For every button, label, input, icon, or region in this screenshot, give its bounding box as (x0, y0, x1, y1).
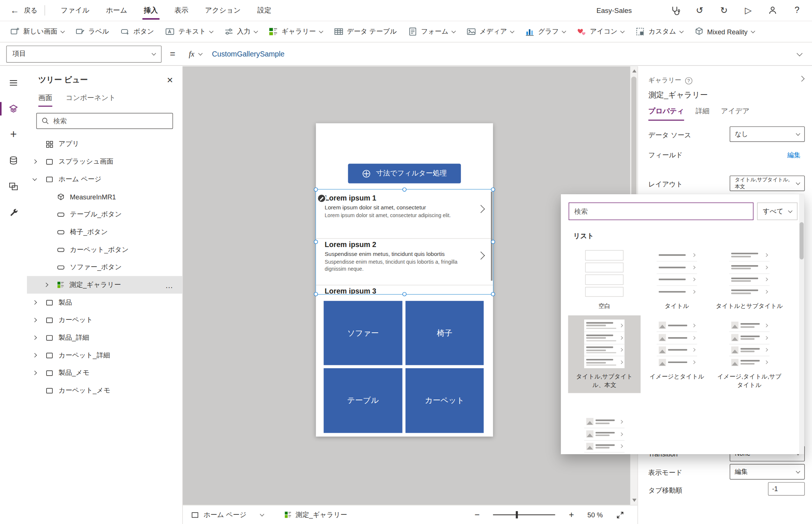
menu-action[interactable]: アクション (197, 0, 249, 21)
chair-tile-button[interactable]: 椅子 (405, 301, 484, 365)
tree-item-product-memo[interactable]: 製品_メモ (27, 364, 182, 382)
resize-handle-n[interactable] (402, 188, 407, 192)
edit-gallery-pencil-icon[interactable] (317, 194, 326, 203)
ribbon-mixed-reality[interactable]: Mixed Reality (689, 23, 760, 40)
account-icon[interactable] (767, 5, 778, 16)
resize-handle-e[interactable] (491, 240, 495, 244)
back-button[interactable]: ← 戻る (10, 6, 37, 15)
ribbon-media[interactable]: メディア (461, 23, 519, 40)
zoom-in-button[interactable]: + (569, 510, 574, 519)
menu-insert[interactable]: 挿入 (136, 0, 166, 21)
tab-components[interactable]: コンポーネント (66, 93, 116, 106)
help-icon[interactable]: ? (791, 5, 803, 16)
zoom-out-button[interactable]: − (474, 510, 480, 519)
tree-item-measureinmr1[interactable]: MeasureInMR1 (27, 188, 182, 206)
layout-option-title-subtitle[interactable]: タイトルとサブタイトル (713, 245, 785, 315)
gallery-scrollbar[interactable] (491, 192, 493, 281)
page-selector[interactable]: ホーム ページ (191, 510, 263, 519)
ribbon-input[interactable]: 入力 (219, 23, 263, 40)
tab-properties[interactable]: プロパティ (648, 107, 684, 121)
ribbon-custom[interactable]: カスタム (630, 23, 688, 40)
resize-handle-nw[interactable] (314, 188, 318, 192)
tree-item-table-button[interactable]: テーブル_ボタン (27, 206, 182, 223)
tree-item-measure-gallery[interactable]: 測定_ギャラリー … (27, 276, 182, 294)
layout-option-partial[interactable] (568, 412, 640, 454)
tab-advanced[interactable]: 詳細 (696, 107, 710, 121)
rail-tree-view-button[interactable] (0, 99, 27, 118)
layout-dropdown[interactable]: タイトル,サブタイトル,本文 (730, 175, 805, 191)
table-tile-button[interactable]: テーブル (324, 368, 402, 433)
zoom-slider[interactable] (493, 514, 555, 516)
tree-item-product[interactable]: 製品 (27, 294, 182, 311)
resize-handle-se[interactable] (491, 292, 495, 296)
layout-option-title-subtitle-body[interactable]: タイトル,サブタイトル、本文 (568, 315, 640, 393)
more-options-icon[interactable]: … (165, 280, 174, 289)
tree-search-input[interactable] (53, 117, 168, 125)
gallery-item-1[interactable]: Lorem ipsum 1 Lorem ipsum dolor sit amet… (316, 194, 493, 219)
layout-option-blank[interactable]: 空白 (568, 245, 640, 315)
resize-handle-w[interactable] (314, 240, 318, 244)
fit-to-window-icon[interactable] (616, 511, 624, 518)
close-icon[interactable]: × (167, 75, 173, 85)
tree-item-chair-button[interactable]: 椅子_ボタン (27, 223, 182, 241)
filter-by-dimensions-button[interactable]: 寸法でフィルター処理 (348, 164, 461, 183)
selected-control-indicator[interactable]: 測定_ギャラリー (284, 510, 347, 519)
tree-item-splash-screen[interactable]: スプラッシュ画面 (27, 153, 182, 171)
redo-icon[interactable]: ↻ (718, 5, 730, 16)
menu-home[interactable]: ホーム (97, 0, 136, 21)
tree-item-carpet-detail[interactable]: カーペット_詳細 (27, 346, 182, 364)
zoom-slider-thumb[interactable] (515, 511, 518, 518)
layout-filter-dropdown[interactable]: すべて (757, 202, 797, 220)
ribbon-data-table[interactable]: データ テーブル (329, 23, 402, 40)
layout-search-input[interactable] (574, 208, 748, 215)
ribbon-chart[interactable]: グラフ (520, 23, 571, 40)
carpet-tile-button[interactable]: カーペット (405, 368, 484, 433)
tree-item-carpet[interactable]: カーペット (27, 311, 182, 329)
data-source-dropdown[interactable]: なし (730, 126, 805, 142)
rail-insert-button[interactable]: + (0, 125, 27, 144)
ribbon-new-screen[interactable]: 新しい画面 (5, 23, 69, 40)
help-icon[interactable]: ? (685, 77, 692, 84)
tree-item-product-detail[interactable]: 製品_詳細 (27, 329, 182, 347)
resize-handle-ne[interactable] (491, 188, 495, 192)
layout-option-title[interactable]: タイトル (641, 245, 713, 315)
measure-gallery-control[interactable]: Lorem ipsum 1 Lorem ipsum dolor sit amet… (316, 189, 493, 294)
tree-item-app[interactable]: アプリ (27, 135, 182, 153)
undo-icon[interactable]: ↺ (694, 5, 705, 16)
menu-file[interactable]: ファイル (52, 0, 97, 21)
tab-screens[interactable]: 画面 (38, 93, 52, 106)
ribbon-button[interactable]: ボタン (115, 23, 159, 40)
app-checker-icon[interactable] (669, 5, 681, 16)
resize-handle-sw[interactable] (314, 292, 318, 296)
play-icon[interactable]: ▷ (743, 5, 754, 16)
rail-menu-button[interactable] (0, 73, 27, 92)
resize-handle-s[interactable] (402, 292, 407, 296)
flyout-scrollbar[interactable] (799, 194, 804, 454)
display-mode-dropdown[interactable]: 編集 (730, 464, 805, 480)
ribbon-label[interactable]: ラベル (70, 23, 114, 40)
tree-item-carpet-memo[interactable]: カーペット_メモ (27, 382, 182, 400)
menu-settings[interactable]: 設定 (249, 0, 280, 21)
rail-media-button[interactable] (0, 177, 27, 196)
collapse-panel-chevron[interactable] (799, 76, 805, 82)
rail-data-button[interactable] (0, 151, 27, 170)
tree-item-sofa-button[interactable]: ソファー_ボタン (27, 258, 182, 276)
ribbon-form[interactable]: フォーム (403, 23, 460, 40)
layout-option-image-title-subtitle[interactable]: イメージ,タイトル,サブタイトル (713, 315, 785, 393)
ribbon-icons[interactable]: アイコン (572, 23, 629, 40)
scrollbar-thumb[interactable] (799, 222, 804, 260)
layout-option-image-title[interactable]: イメージとタイトル (641, 315, 713, 393)
edit-fields-link[interactable]: 編集 (787, 151, 801, 160)
tree-item-home-page[interactable]: ホーム ページ (27, 170, 182, 188)
ribbon-gallery[interactable]: ギャラリー (263, 23, 328, 40)
formula-expand-chevron[interactable] (796, 50, 802, 56)
rail-advanced-tools-button[interactable] (0, 203, 27, 222)
menu-view[interactable]: 表示 (166, 0, 197, 21)
tab-order-input[interactable]: -1 (768, 482, 805, 496)
tree-item-carpet-button[interactable]: カーペット_ボタン (27, 241, 182, 258)
property-selector[interactable]: 項目 (6, 45, 162, 62)
tab-ideas[interactable]: アイデア (721, 107, 750, 121)
app-screen-canvas[interactable]: 寸法でフィルター処理 Lorem ipsum 1 Lorem ipsum dol… (316, 123, 493, 436)
formula-input[interactable]: fx CustomGallerySample (184, 45, 791, 62)
sofa-tile-button[interactable]: ソファー (324, 301, 402, 365)
